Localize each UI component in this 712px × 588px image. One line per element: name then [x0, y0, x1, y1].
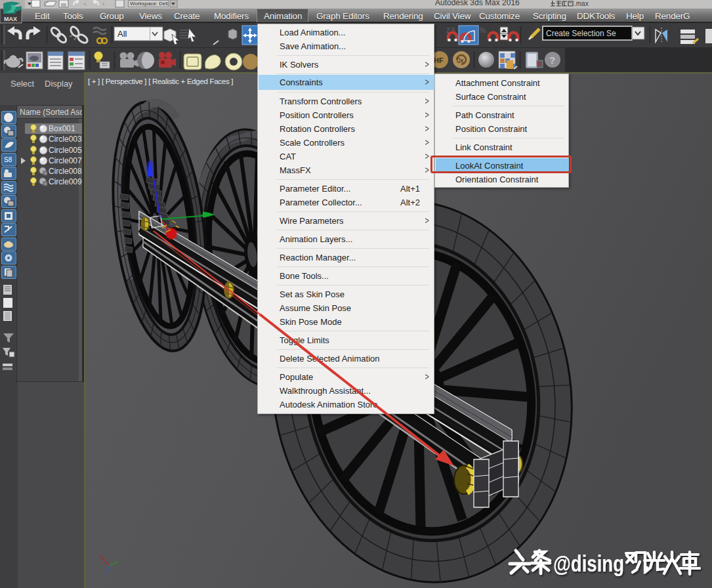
svg-text:%: % — [480, 27, 486, 34]
svg-text:?: ? — [549, 54, 555, 66]
svg-text:0x: 0x — [457, 57, 464, 64]
svg-text:MAX: MAX — [4, 16, 17, 22]
svg-text:HF: HF — [434, 56, 444, 64]
svg-text:All: All — [117, 29, 127, 39]
svg-text:S8: S8 — [4, 156, 12, 163]
svg-text:Create Selection Se: Create Selection Se — [546, 29, 616, 38]
